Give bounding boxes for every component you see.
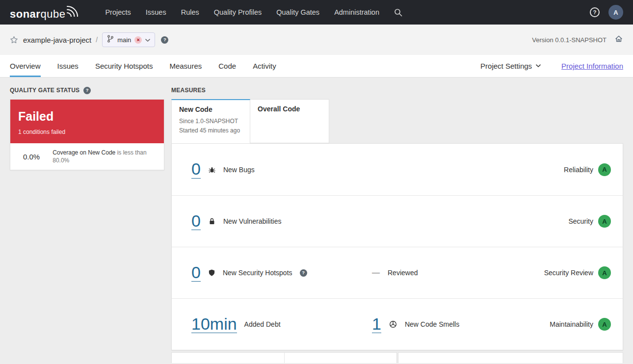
next-section-stub [171, 352, 623, 363]
measure-row-maintainability: 10min Added Debt 1 New Code Smells [172, 298, 623, 350]
new-code-smells-count[interactable]: 1 [372, 315, 381, 334]
condition-text: Coverage on New Code is less than 80.0% [53, 149, 156, 164]
new-hotspots-count[interactable]: 0 [191, 264, 201, 282]
avatar[interactable]: A [608, 5, 623, 20]
measure-main: 10min Added Debt [191, 315, 372, 334]
help-icon[interactable]: ? [590, 7, 600, 17]
nav-item-rules[interactable]: Rules [181, 8, 199, 16]
shield-icon [208, 269, 215, 277]
tab-issues[interactable]: Issues [57, 55, 79, 77]
new-code-smells-label[interactable]: New Code Smells [405, 320, 459, 328]
measures-heading: MEASURES [171, 86, 623, 94]
reliability-label: Reliability [564, 166, 593, 174]
home-icon[interactable] [614, 34, 623, 45]
quality-gate-help-icon[interactable]: ? [83, 87, 91, 94]
search-icon[interactable] [394, 8, 402, 17]
new-code-tab-label: New Code [179, 105, 242, 113]
new-vulnerabilities-count[interactable]: 0 [191, 212, 201, 231]
overall-code-tab-label: Overall Code [258, 105, 321, 113]
reviewed-group: — Reviewed [372, 268, 544, 277]
quality-gate-condition[interactable]: 0.0% Coverage on New Code is less than 8… [10, 143, 164, 170]
favorite-star-icon[interactable] [10, 36, 18, 44]
security-review-label: Security Review [544, 269, 593, 277]
nav-item-issues[interactable]: Issues [146, 8, 166, 16]
hotspots-help-icon[interactable]: ? [300, 269, 307, 277]
measure-main: 0 New Vulnerabilities [191, 212, 372, 231]
measure-rating-group: Reliability A [564, 163, 611, 176]
nav-item-quality-profiles[interactable]: Quality Profiles [214, 8, 262, 16]
code-smell-icon [389, 320, 397, 328]
project-information-link[interactable]: Project Information [561, 62, 623, 70]
project-tabs-bar: Overview Issues Security Hotspots Measur… [0, 55, 633, 78]
nav-item-quality-gates[interactable]: Quality Gates [276, 8, 319, 16]
added-debt-value[interactable]: 10min [191, 315, 237, 334]
coverage-card-stub [171, 352, 397, 363]
tab-activity[interactable]: Activity [253, 55, 276, 77]
branch-selector[interactable]: main × [102, 32, 155, 47]
maintainability-label: Maintainability [550, 320, 593, 328]
quality-gate-status: Failed [18, 109, 156, 124]
branch-icon [107, 35, 114, 45]
quality-gate-section: QUALITY GATE STATUS ? Failed 1 condition… [10, 86, 164, 364]
nav-item-projects[interactable]: Projects [105, 8, 131, 16]
branch-failed-badge: × [134, 36, 142, 44]
logo-text: sonarqube [10, 9, 65, 20]
new-hotspots-label[interactable]: New Security Hotspots [223, 269, 292, 277]
measure-row-bugs: 0 New Bugs Reliability A [172, 144, 623, 195]
measure-row-vulnerabilities: 0 New Vulnerabilities Security A [172, 195, 623, 247]
new-bugs-count[interactable]: 0 [191, 160, 201, 179]
added-debt-label: Added Debt [244, 320, 281, 328]
condition-metric: Coverage on New Code [53, 149, 115, 156]
reviewed-value: — [372, 268, 380, 277]
logo-text-sonar: sonar [10, 8, 40, 20]
duplications-card-stub [398, 352, 623, 363]
tab-new-code[interactable]: New Code Since 1.0-SNAPSHOT Started 45 m… [171, 99, 250, 143]
measure-rating-group: Security A [568, 215, 611, 228]
project-settings-label: Project Settings [480, 62, 532, 70]
measure-rating-group: Security Review A [544, 266, 611, 279]
security-label: Security [568, 217, 593, 225]
chevron-down-icon [145, 35, 150, 44]
tab-overall-code[interactable]: Overall Code [250, 99, 329, 143]
quality-gate-card: Failed 1 conditions failed 0.0% Coverage… [10, 99, 164, 170]
breadcrumb-project-link[interactable]: example-java-project [23, 36, 91, 44]
tab-overview[interactable]: Overview [10, 55, 41, 77]
nav-item-administration[interactable]: Administration [334, 8, 379, 16]
tab-security-hotspots[interactable]: Security Hotspots [95, 55, 153, 77]
new-code-since: Since 1.0-SNAPSHOT [179, 117, 242, 126]
security-review-rating-badge[interactable]: A [598, 266, 611, 279]
branch-name: main [117, 36, 131, 44]
breadcrumb-separator: / [96, 36, 98, 44]
reviewed-label: Reviewed [388, 269, 418, 277]
new-code-started: Started 45 minutes ago [179, 126, 242, 135]
navbar-right-group: ? A [590, 5, 623, 20]
project-settings-menu[interactable]: Project Settings [480, 62, 541, 70]
measures-heading-label: MEASURES [171, 87, 206, 94]
overview-content: QUALITY GATE STATUS ? Failed 1 condition… [0, 78, 633, 364]
condition-value: 0.0% [23, 153, 40, 161]
measure-main: 0 New Security Hotspots ? [191, 264, 372, 282]
security-rating-badge[interactable]: A [598, 215, 611, 228]
code-smells-group: 1 New Code Smells [372, 315, 550, 334]
new-code-tab-subtitle: Since 1.0-SNAPSHOT Started 45 minutes ag… [179, 117, 242, 135]
sonarqube-logo[interactable]: sonarqube [10, 5, 79, 20]
sonar-waves-icon [67, 5, 79, 19]
new-vulnerabilities-label[interactable]: New Vulnerabilities [223, 217, 282, 225]
branch-help-icon[interactable]: ? [161, 36, 168, 44]
tabs-right-group: Project Settings Project Information [480, 55, 623, 77]
maintainability-rating-badge[interactable]: A [598, 318, 611, 331]
lock-icon [208, 217, 216, 225]
project-version: Version 0.0.1-SNAPSHOT [532, 36, 607, 44]
breadcrumb-bar: example-java-project / main × ? Version … [0, 25, 633, 55]
breadcrumb-right-group: Version 0.0.1-SNAPSHOT [532, 34, 623, 45]
logo-text-qube: qube [40, 8, 65, 20]
measure-rating-group: Maintainability A [550, 318, 611, 331]
reliability-rating-badge[interactable]: A [598, 163, 611, 176]
measure-row-hotspots: 0 New Security Hotspots ? — Reviewed Sec… [172, 247, 623, 298]
tab-code[interactable]: Code [218, 55, 236, 77]
quality-gate-conditions-summary: 1 conditions failed [18, 129, 156, 135]
tab-measures[interactable]: Measures [169, 55, 202, 77]
measures-panel: 0 New Bugs Reliability A [171, 143, 623, 350]
main-navigation: Projects Issues Rules Quality Profiles Q… [105, 8, 379, 16]
new-bugs-label[interactable]: New Bugs [223, 166, 255, 174]
